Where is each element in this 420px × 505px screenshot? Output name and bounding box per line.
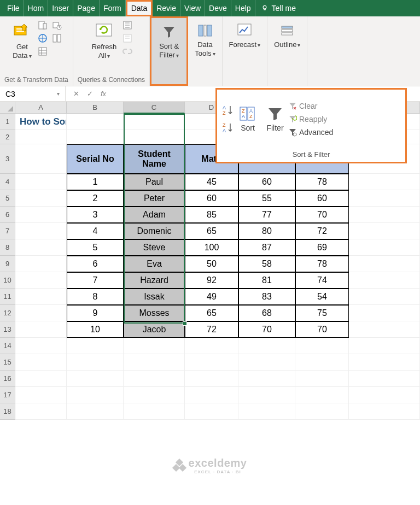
cell[interactable]	[349, 338, 420, 354]
sort-desc-button[interactable]: ZA	[221, 121, 235, 134]
cell[interactable]: 87	[238, 239, 295, 256]
cell[interactable]: 54	[295, 289, 349, 305]
cell[interactable]	[15, 403, 67, 420]
cell[interactable]: 70	[295, 321, 349, 338]
cell[interactable]	[15, 338, 67, 354]
cell[interactable]	[67, 114, 124, 130]
cell[interactable]	[15, 272, 67, 289]
cell[interactable]	[349, 354, 420, 371]
menu-deve[interactable]: Deve	[205, 0, 231, 16]
properties-icon[interactable]	[122, 33, 133, 44]
cell[interactable]	[67, 403, 124, 420]
cell[interactable]: 7	[67, 272, 124, 289]
row-header[interactable]: 17	[0, 387, 15, 403]
cell[interactable]	[185, 354, 238, 371]
cell[interactable]	[124, 338, 185, 354]
get-data-button[interactable]: Get Data	[10, 20, 34, 62]
cell[interactable]: 65	[185, 223, 238, 239]
cell[interactable]: 74	[295, 272, 349, 289]
cell[interactable]: 69	[295, 239, 349, 256]
row-header[interactable]: 9	[0, 256, 15, 272]
cell[interactable]	[295, 354, 349, 371]
row-header[interactable]: 6	[0, 207, 15, 223]
cell[interactable]: 83	[238, 289, 295, 305]
row-header[interactable]: 16	[0, 371, 15, 387]
cell[interactable]	[349, 403, 420, 420]
data-tools-button[interactable]: Data Tools	[192, 20, 217, 60]
cell[interactable]	[185, 371, 238, 387]
refresh-all-button[interactable]: Refresh All	[90, 20, 119, 62]
cell[interactable]	[295, 371, 349, 387]
cell[interactable]	[349, 207, 420, 223]
cell[interactable]	[349, 321, 420, 338]
select-all-triangle[interactable]	[0, 102, 15, 114]
cell[interactable]	[67, 387, 124, 403]
cell[interactable]: 60	[295, 190, 349, 207]
cell[interactable]: 1	[67, 174, 124, 190]
cell[interactable]	[15, 387, 67, 403]
cell[interactable]	[67, 354, 124, 371]
cell[interactable]	[124, 387, 185, 403]
cell[interactable]	[349, 256, 420, 272]
cell[interactable]: 68	[238, 305, 295, 321]
column-header-C[interactable]: C	[124, 102, 185, 114]
existing-connections-icon[interactable]	[51, 33, 62, 44]
cell[interactable]: 50	[185, 256, 238, 272]
cell[interactable]: 8	[67, 289, 124, 305]
recent-sources-icon[interactable]	[51, 20, 62, 31]
cell[interactable]	[15, 207, 67, 223]
cell[interactable]	[349, 305, 420, 321]
tell-me[interactable]: Tell me	[255, 4, 301, 13]
row-header[interactable]: 10	[0, 272, 15, 289]
cell[interactable]	[349, 223, 420, 239]
cell[interactable]	[124, 354, 185, 371]
cancel-formula-icon[interactable]: ✕	[73, 90, 79, 98]
from-text-icon[interactable]	[37, 20, 48, 31]
cell[interactable]: 60	[185, 190, 238, 207]
fx-icon[interactable]: fx	[101, 90, 106, 98]
cell[interactable]	[238, 387, 295, 403]
cell[interactable]: 55	[238, 190, 295, 207]
cell[interactable]: Issak	[124, 289, 185, 305]
cell[interactable]	[349, 387, 420, 403]
cell[interactable]	[349, 371, 420, 387]
accept-formula-icon[interactable]: ✓	[87, 90, 93, 98]
name-box[interactable]: C3▾	[0, 86, 66, 101]
outline-button[interactable]: Outline	[272, 20, 302, 51]
cell[interactable]	[67, 130, 124, 144]
row-header[interactable]: 3	[0, 144, 15, 174]
cell[interactable]	[238, 338, 295, 354]
cell[interactable]: Serial No	[67, 144, 124, 174]
menu-form[interactable]: Form	[100, 0, 126, 16]
cell[interactable]	[15, 321, 67, 338]
cell[interactable]: Domenic	[124, 223, 185, 239]
cell[interactable]: 78	[295, 174, 349, 190]
cell[interactable]: 4	[67, 223, 124, 239]
cell[interactable]: Steve	[124, 239, 185, 256]
cell[interactable]	[349, 174, 420, 190]
cell[interactable]	[238, 371, 295, 387]
filter-button[interactable]	[266, 106, 284, 121]
cell[interactable]	[67, 338, 124, 354]
cell[interactable]	[15, 305, 67, 321]
cell[interactable]: 78	[295, 256, 349, 272]
menu-view[interactable]: View	[180, 0, 205, 16]
cell[interactable]: 65	[185, 305, 238, 321]
menu-data[interactable]: Data	[126, 0, 153, 16]
edit-links-icon[interactable]	[122, 46, 133, 57]
menu-help[interactable]: Help	[231, 0, 255, 16]
row-header[interactable]: 13	[0, 321, 15, 338]
cell[interactable]: Mosses	[124, 305, 185, 321]
cell[interactable]	[124, 403, 185, 420]
row-header[interactable]: 15	[0, 354, 15, 371]
row-header[interactable]: 2	[0, 130, 15, 144]
sort-asc-button[interactable]: AZ	[221, 104, 235, 117]
cell[interactable]: Jacob	[124, 321, 185, 338]
cell[interactable]	[238, 403, 295, 420]
cell[interactable]: 81	[238, 272, 295, 289]
row-header[interactable]: 4	[0, 174, 15, 190]
cell[interactable]: 5	[67, 239, 124, 256]
row-header[interactable]: 12	[0, 305, 15, 321]
cell[interactable]: Student Name	[124, 144, 185, 174]
column-header-A[interactable]: A	[15, 102, 67, 114]
